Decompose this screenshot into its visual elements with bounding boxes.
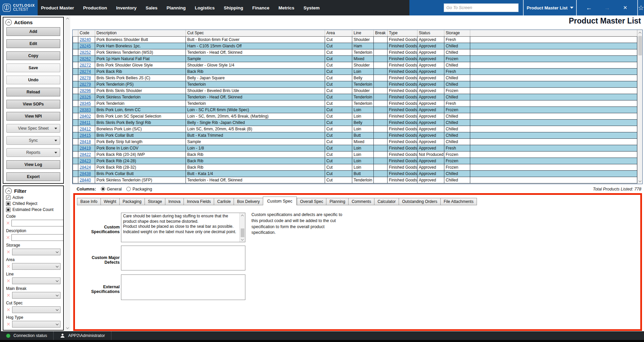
scroll-up-icon[interactable] — [66, 18, 69, 20]
hog-type-filter-select[interactable] — [12, 321, 61, 328]
row-selector-cell[interactable] — [73, 87, 78, 94]
clear-filter-icon[interactable]: ✕ — [6, 322, 11, 327]
filter-checkbox-estimated-piece-count[interactable]: Estimated Piece Count — [6, 207, 61, 212]
product-code-link[interactable]: 28383 — [80, 108, 91, 112]
product-code-link[interactable]: 28412 — [80, 127, 91, 131]
scrollbar-thumb[interactable] — [638, 36, 642, 55]
add-button[interactable]: Add — [6, 27, 60, 36]
product-code-link[interactable]: 28345 — [80, 101, 91, 106]
nav-item-finance[interactable]: Finance — [252, 5, 270, 10]
row-selector-cell[interactable] — [73, 126, 78, 132]
product-code-link[interactable]: 28326 — [80, 95, 91, 99]
favorite-star-icon[interactable]: ☆ — [638, 4, 644, 12]
cut-spec-filter-select[interactable] — [12, 306, 61, 313]
product-code-link[interactable]: 28423 — [80, 159, 91, 163]
scroll-up-icon[interactable] — [241, 215, 244, 217]
column-header-type[interactable]: Type — [388, 30, 417, 36]
product-code-link[interactable]: 28422 — [80, 152, 91, 157]
table-row[interactable]: 28424Pork Back Rib (28-32)Back RibCutLoi… — [73, 164, 637, 170]
brand-logo[interactable]: CUTLOGIX CLTEST — [0, 0, 38, 15]
textarea-scrollbar[interactable] — [239, 213, 245, 242]
product-code-link[interactable]: 28418 — [80, 139, 91, 144]
row-selector-cell[interactable] — [73, 177, 78, 183]
columns-radio-general[interactable]: General — [101, 187, 122, 191]
table-row[interactable]: 28274Pork Back RibBack RibCutLoinFinishe… — [73, 68, 637, 75]
clear-filter-icon[interactable]: ✕ — [6, 221, 10, 225]
row-selector-cell[interactable] — [73, 62, 78, 68]
nav-item-inventory[interactable]: Inventory — [116, 5, 137, 10]
line-filter-select[interactable] — [12, 277, 61, 284]
tab-box-delivery[interactable]: Box Delivery — [234, 198, 263, 205]
table-row[interactable]: 28245Pork Ham Boneless 1pc.Ham - C105 15… — [73, 43, 637, 49]
row-selector-cell[interactable] — [73, 106, 78, 113]
scroll-up-icon[interactable] — [639, 32, 641, 35]
tab-innova[interactable]: Innova — [165, 198, 184, 205]
product-code-link[interactable]: 28438 — [80, 171, 91, 176]
table-row[interactable]: 28326Pork Skinless TenderloinTenderloin … — [73, 94, 637, 100]
product-code-link[interactable]: 28272 — [80, 63, 91, 68]
product-code-link[interactable]: 28262 — [80, 56, 91, 61]
product-code-link[interactable]: 28424 — [80, 165, 91, 170]
row-selector-cell[interactable] — [73, 68, 78, 75]
columns-radio-packaging[interactable]: Packaging — [126, 187, 152, 191]
table-row[interactable]: 28262Pork 1p Ham Natural Fall FlatSample… — [73, 55, 637, 62]
table-row[interactable]: 28419Pork Bone In Loin COVLoin - 1/8CutL… — [73, 145, 637, 151]
forward-icon[interactable]: → — [602, 4, 612, 11]
save-button[interactable]: Save — [6, 63, 60, 72]
table-row[interactable]: 28296Pork Bnls Sknls ShoulderShoulder - … — [73, 87, 637, 94]
product-code-link[interactable]: 28278 — [80, 76, 91, 80]
tab-custom-spec[interactable]: Custom Spec — [263, 197, 297, 205]
clear-filter-icon[interactable]: ✕ — [6, 293, 11, 298]
row-selector-cell[interactable] — [73, 132, 78, 138]
collapse-chevron-icon[interactable] — [5, 19, 12, 26]
area-filter-select[interactable] — [12, 263, 61, 270]
storage-filter-select[interactable] — [12, 249, 61, 255]
table-row[interactable]: 28423Pork Back Rib (24-28)Back RibCutLoi… — [73, 158, 637, 164]
table-row[interactable]: 28402Bnls Pork Loin SC Special Selection… — [73, 113, 637, 119]
reports-button[interactable]: Reports — [6, 148, 60, 157]
table-row[interactable]: 28279Pork Tenderloin (PS)TenderloinCutTe… — [73, 81, 637, 87]
column-header-break[interactable]: Break — [374, 30, 388, 36]
table-row[interactable]: 28345Pork TenderloinTenderloinCutTenderl… — [73, 100, 637, 106]
tab-comments[interactable]: Comments — [349, 198, 374, 205]
copy-button[interactable]: Copy — [6, 51, 60, 60]
row-selector-cell[interactable] — [73, 75, 78, 81]
reload-button[interactable]: Reload — [6, 88, 60, 96]
nav-item-shipping[interactable]: Shipping — [224, 5, 243, 10]
export-button[interactable]: Export — [6, 172, 60, 181]
screen-selector-dropdown[interactable]: Product Master List — [526, 5, 574, 10]
clear-filter-icon[interactable]: ✕ — [6, 250, 11, 254]
tab-packaging[interactable]: Packaging — [120, 198, 145, 205]
row-selector-cell[interactable] — [73, 138, 78, 145]
row-selector-cell[interactable] — [73, 81, 78, 87]
nav-item-product-master[interactable]: Product Master — [41, 5, 74, 10]
column-header-code[interactable]: Code — [78, 30, 95, 36]
goto-screen-input[interactable] — [444, 3, 519, 12]
code-filter-input[interactable] — [11, 220, 64, 226]
product-code-link[interactable]: 28240 — [80, 37, 91, 42]
table-row[interactable]: 28240Pork Boneless Shoulder ButtButt - B… — [73, 36, 637, 43]
nav-item-planning[interactable]: Planning — [167, 5, 186, 10]
column-header-description[interactable]: Description — [95, 30, 186, 36]
scroll-down-icon[interactable] — [241, 238, 244, 241]
product-code-link[interactable]: 28279 — [80, 82, 91, 87]
clear-filter-icon[interactable]: ✕ — [6, 307, 11, 312]
product-code-link[interactable]: 28274 — [80, 69, 91, 74]
column-header-storage[interactable]: Storage — [444, 30, 470, 36]
clear-filter-icon[interactable]: ✕ — [6, 235, 10, 240]
column-header-cut-spec[interactable]: Cut Spec — [186, 30, 325, 36]
tab-overall-spec[interactable]: Overall Spec — [297, 198, 327, 205]
row-selector-cell[interactable] — [73, 170, 78, 177]
tab-calculator[interactable]: Calculator — [374, 198, 399, 205]
row-selector-cell[interactable] — [73, 145, 78, 151]
undo-button[interactable]: Undo — [6, 76, 60, 84]
row-selector-cell[interactable] — [73, 36, 78, 43]
sync-button[interactable]: Sync — [6, 136, 60, 145]
table-row[interactable]: 28252Pork Skinless Tenderloin (WS3)Tende… — [73, 49, 637, 55]
table-row[interactable]: 28440Pork Skinless Tenderloin (SFP)Tende… — [73, 177, 637, 183]
product-code-link[interactable]: 28419 — [80, 146, 91, 151]
column-header-area[interactable]: Area — [325, 30, 352, 36]
row-selector-cell[interactable] — [73, 113, 78, 119]
view-spec-sheet-button[interactable]: View Spec Sheet — [6, 124, 60, 133]
product-code-link[interactable]: 28440 — [80, 178, 91, 182]
